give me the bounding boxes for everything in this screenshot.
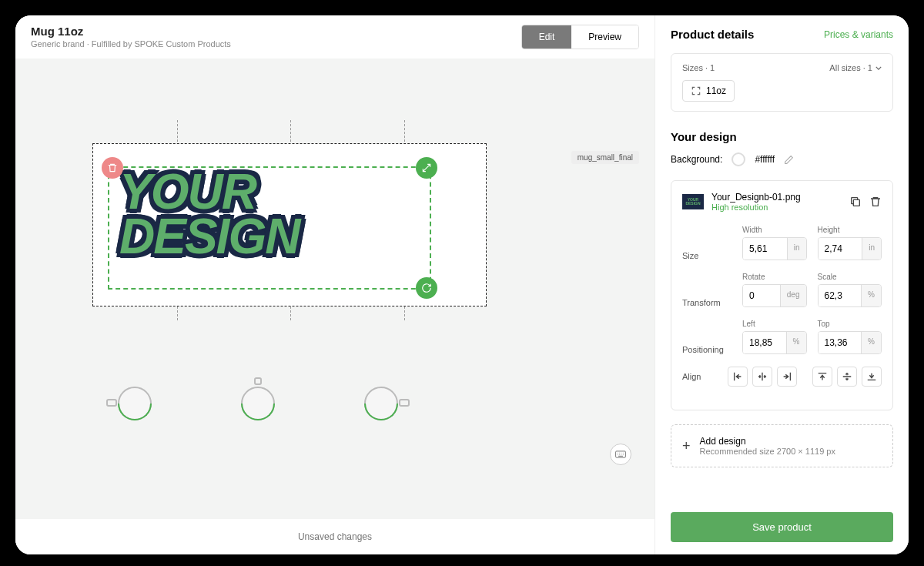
top-input[interactable]: [819, 332, 862, 353]
align-label: Align: [682, 372, 728, 381]
product-title: Mug 11oz: [31, 25, 231, 38]
align-center-h-button[interactable]: [752, 367, 772, 387]
design-selection-box[interactable]: [108, 166, 431, 290]
mug-view-left[interactable]: [108, 380, 162, 427]
trash-icon: [107, 162, 118, 173]
left-unit: %: [786, 332, 806, 353]
tab-preview[interactable]: Preview: [571, 25, 638, 49]
product-subtitle: Generic brand · Fulfilled by SPOKE Custo…: [31, 39, 231, 49]
scale-unit: %: [861, 285, 881, 306]
size-chip-label: 11oz: [706, 85, 726, 96]
add-design-card[interactable]: + Add design Recommended size 2700 × 111…: [671, 424, 893, 467]
expand-icon: [421, 162, 432, 173]
save-product-button[interactable]: Save product: [671, 512, 893, 542]
background-row: Background: #ffffff: [671, 152, 893, 166]
align-left-icon: [732, 371, 743, 382]
all-sizes-label: All sizes · 1: [829, 63, 872, 72]
sidebar-footer: Save product: [655, 500, 909, 554]
left-input[interactable]: [743, 332, 786, 353]
rotate-icon: [421, 283, 432, 293]
expand-handle[interactable]: [416, 157, 437, 179]
add-design-subtitle: Recommended size 2700 × 1119 px: [700, 447, 835, 456]
positioning-label: Positioning: [682, 345, 742, 354]
transform-row: Transform Rotate deg Scale %: [682, 273, 882, 307]
size-chip[interactable]: 11oz: [682, 80, 735, 102]
align-bottom-icon: [866, 371, 877, 382]
trash-icon[interactable]: [869, 196, 882, 208]
align-center-h-icon: [757, 371, 768, 382]
plus-icon: +: [682, 438, 691, 454]
design-file-header: YOURDESIGN Your_Designb-01.png High reso…: [682, 192, 882, 212]
background-value: #ffffff: [755, 154, 775, 165]
mug-view-right[interactable]: [354, 380, 408, 427]
chevron-down-icon: [875, 66, 882, 70]
all-sizes-dropdown[interactable]: All sizes · 1: [829, 63, 882, 72]
design-file-resolution: High resolution: [711, 203, 842, 212]
app-window: Mug 11oz Generic brand · Fulfilled by SP…: [15, 15, 909, 554]
align-top-button[interactable]: [812, 367, 832, 387]
width-input[interactable]: [743, 238, 787, 260]
width-unit: in: [787, 238, 806, 260]
sizes-label: Sizes · 1: [682, 63, 715, 72]
transform-label: Transform: [682, 298, 742, 307]
svg-rect-1: [853, 199, 859, 206]
sidebar-title: Product details: [671, 28, 754, 41]
mug-views: [108, 380, 408, 427]
rotate-label: Rotate: [742, 273, 807, 281]
design-file-name: Your_Designb-01.png: [711, 192, 842, 203]
align-center-v-icon: [842, 371, 852, 382]
align-top-icon: [817, 371, 828, 382]
background-label: Background:: [671, 154, 722, 165]
prices-variants-link[interactable]: Prices & variants: [824, 29, 893, 40]
top-label: Top: [818, 320, 882, 328]
fullscreen-icon: [691, 85, 701, 96]
view-tabs: Edit Preview: [521, 25, 639, 49]
design-file-actions: [849, 196, 882, 208]
svg-rect-0: [616, 451, 626, 457]
canvas-area[interactable]: mug_small_final YOUR DESIGN: [15, 59, 654, 519]
header-left: Mug 11oz Generic brand · Fulfilled by SP…: [31, 25, 231, 49]
tab-edit[interactable]: Edit: [522, 25, 572, 49]
mug-view-front[interactable]: [231, 380, 285, 427]
design-tag: mug_small_final: [571, 151, 639, 164]
positioning-row: Positioning Left % Top %: [682, 320, 882, 354]
height-input[interactable]: [819, 238, 862, 260]
pencil-icon[interactable]: [784, 155, 794, 165]
keyboard-button[interactable]: [610, 444, 631, 465]
rotate-handle[interactable]: [416, 277, 437, 299]
align-left-button[interactable]: [728, 367, 748, 387]
align-row: Align: [682, 367, 882, 387]
sidebar: Product details Prices & variants Sizes …: [654, 15, 909, 554]
align-bottom-button[interactable]: [862, 367, 882, 387]
top-unit: %: [861, 332, 881, 353]
sizes-row: Sizes · 1 All sizes · 1: [682, 63, 882, 72]
left-label: Left: [742, 320, 807, 328]
size-label: Size: [682, 251, 742, 260]
your-design-title: Your design: [671, 130, 893, 143]
scale-input[interactable]: [819, 285, 862, 306]
rotate-unit: deg: [780, 285, 806, 306]
design-thumbnail: YOURDESIGN: [682, 194, 704, 209]
scale-label: Scale: [818, 273, 882, 281]
add-design-title: Add design: [700, 436, 835, 447]
height-unit: in: [862, 238, 881, 260]
sizes-card: Sizes · 1 All sizes · 1 11oz: [671, 53, 893, 112]
keyboard-icon: [615, 450, 626, 458]
height-label: Height: [818, 226, 882, 234]
color-swatch[interactable]: [732, 152, 745, 166]
main-area: Mug 11oz Generic brand · Fulfilled by SP…: [15, 15, 654, 554]
align-right-icon: [782, 371, 792, 382]
design-file-info: Your_Designb-01.png High resolution: [711, 192, 842, 212]
align-center-v-button[interactable]: [837, 367, 857, 387]
width-label: Width: [742, 226, 807, 234]
sidebar-content: Sizes · 1 All sizes · 1 11oz Your design…: [655, 53, 909, 500]
align-right-button[interactable]: [777, 367, 797, 387]
copy-icon[interactable]: [849, 196, 862, 208]
footer: Unsaved changes: [15, 519, 654, 554]
unsaved-label: Unsaved changes: [298, 531, 372, 542]
delete-handle[interactable]: [102, 157, 123, 179]
design-file-card: YOURDESIGN Your_Designb-01.png High reso…: [671, 180, 893, 410]
sidebar-header: Product details Prices & variants: [655, 15, 909, 53]
header: Mug 11oz Generic brand · Fulfilled by SP…: [15, 15, 654, 59]
rotate-input[interactable]: [743, 285, 780, 306]
